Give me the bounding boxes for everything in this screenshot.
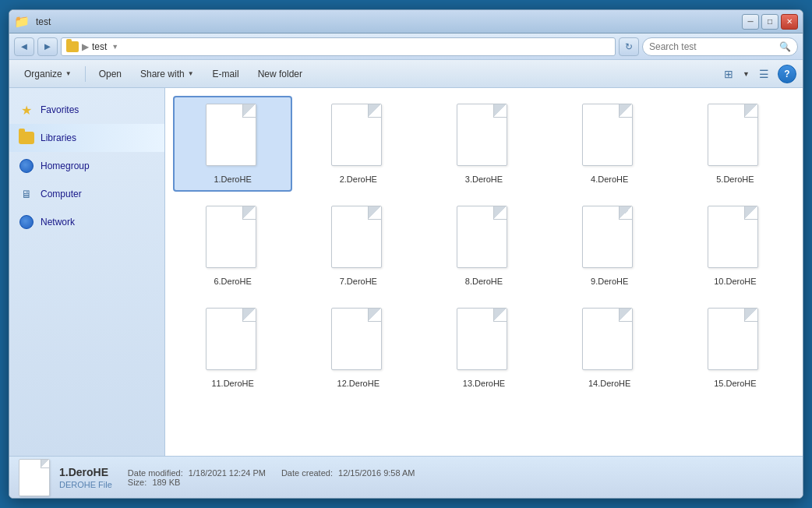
sidebar: ★ Favorites Libraries Homegroup 🖥 Comput…	[9, 88, 165, 456]
toolbar-separator-1	[85, 66, 86, 82]
file-item[interactable]: 9.DeroHE	[550, 198, 669, 294]
size-label: Size: 189 KB	[128, 478, 266, 487]
search-input[interactable]	[649, 41, 776, 52]
sidebar-item-homegroup[interactable]: Homegroup	[9, 152, 164, 180]
window-title: test	[36, 16, 51, 27]
file-page	[457, 308, 507, 370]
file-item[interactable]: 6.DeroHE	[173, 198, 292, 294]
file-page	[708, 206, 758, 268]
file-item[interactable]: 5.DeroHE	[676, 96, 795, 192]
file-page	[331, 206, 382, 268]
view-large-icon-button[interactable]: ⊞	[718, 65, 740, 83]
search-bar[interactable]: 🔍	[642, 37, 798, 56]
file-name: 9.DeroHE	[591, 277, 628, 286]
file-name: 1.DeroHE	[214, 175, 251, 184]
file-name: 11.DeroHE	[211, 379, 253, 388]
network-icon	[19, 214, 34, 230]
file-item[interactable]: 2.DeroHE	[298, 96, 418, 192]
status-file-icon	[19, 459, 50, 496]
organize-dropdown-arrow: ▼	[65, 70, 72, 77]
explorer-window: 📁 test ─ □ ✕ ◄ ► ▶ test ▼ ↻ 🔍 Organize ▼	[9, 9, 803, 499]
close-button[interactable]: ✕	[781, 14, 798, 30]
file-item[interactable]: 1.DeroHE	[173, 96, 292, 192]
sidebar-label-homegroup: Homegroup	[41, 161, 90, 171]
file-item[interactable]: 7.DeroHE	[298, 198, 418, 294]
file-icon	[582, 206, 637, 272]
refresh-button[interactable]: ↻	[619, 37, 639, 56]
new-folder-button[interactable]: New folder	[249, 63, 311, 85]
toolbar-right: ⊞ ▼ ☰ ?	[718, 65, 796, 83]
sidebar-label-favorites: Favorites	[41, 104, 79, 115]
file-page	[582, 308, 633, 370]
toolbar: Organize ▼ Open Share with ▼ E-mail New …	[9, 60, 803, 88]
status-bar: 1.DeroHE DEROHE File Date modified: 1/18…	[9, 456, 803, 498]
file-name: 6.DeroHE	[214, 277, 251, 286]
file-item[interactable]: 15.DeroHE	[676, 300, 795, 396]
share-with-button[interactable]: Share with ▼	[132, 63, 203, 85]
file-item[interactable]: 4.DeroHE	[550, 96, 669, 192]
back-button[interactable]: ◄	[14, 37, 34, 56]
file-name: 7.DeroHE	[340, 277, 377, 286]
file-item[interactable]: 14.DeroHE	[550, 300, 669, 396]
address-bar: ◄ ► ▶ test ▼ ↻ 🔍	[9, 34, 803, 60]
file-icon	[582, 104, 637, 170]
file-page	[457, 104, 507, 166]
view-details-button[interactable]: ☰	[753, 65, 775, 83]
file-name: 12.DeroHE	[337, 379, 380, 388]
folder-icon: 📁	[14, 14, 30, 29]
file-page	[331, 104, 382, 166]
file-icon	[331, 104, 386, 170]
computer-icon: 🖥	[19, 186, 34, 202]
file-page	[206, 308, 256, 370]
share-dropdown-arrow: ▼	[188, 70, 194, 77]
file-item[interactable]: 12.DeroHE	[298, 300, 418, 396]
file-page	[457, 206, 507, 268]
sidebar-item-network[interactable]: Network	[9, 208, 164, 236]
sidebar-item-computer[interactable]: 🖥 Computer	[9, 180, 164, 208]
sidebar-item-libraries[interactable]: Libraries	[9, 124, 164, 152]
file-item[interactable]: 11.DeroHE	[173, 300, 292, 396]
breadcrumb[interactable]: ▶ test ▼	[61, 37, 616, 56]
libraries-icon	[19, 130, 34, 146]
file-page	[206, 206, 256, 268]
file-page	[708, 104, 758, 166]
content-area: ★ Favorites Libraries Homegroup 🖥 Comput…	[9, 88, 803, 456]
file-name: 4.DeroHE	[591, 175, 628, 184]
file-page	[206, 104, 256, 166]
status-filename: 1.DeroHE	[59, 466, 112, 478]
file-item[interactable]: 10.DeroHE	[676, 198, 795, 294]
file-icon	[457, 308, 511, 374]
file-page	[331, 308, 382, 370]
file-item[interactable]: 8.DeroHE	[424, 198, 543, 294]
file-name: 14.DeroHE	[588, 379, 630, 388]
help-button[interactable]: ?	[778, 65, 796, 83]
view-dropdown-arrow[interactable]: ▼	[743, 70, 750, 78]
breadcrumb-separator: ▶	[82, 41, 89, 52]
sidebar-item-favorites[interactable]: ★ Favorites	[9, 96, 164, 124]
status-filetype: DEROHE File	[59, 480, 112, 489]
minimize-button[interactable]: ─	[742, 14, 759, 30]
file-grid-container[interactable]: 1.DeroHE 2.DeroHE 3.DeroHE 4.DeroHE 5.De…	[165, 88, 803, 456]
file-icon	[331, 206, 386, 272]
search-icon: 🔍	[779, 41, 791, 52]
forward-button[interactable]: ►	[37, 37, 58, 56]
file-name: 10.DeroHE	[714, 277, 756, 286]
file-page	[708, 308, 758, 370]
email-button[interactable]: E-mail	[204, 63, 248, 85]
file-icon	[457, 104, 511, 170]
maximize-button[interactable]: □	[761, 14, 778, 30]
homegroup-icon	[19, 158, 34, 174]
file-item[interactable]: 13.DeroHE	[424, 300, 543, 396]
breadcrumb-arrow: ▼	[111, 43, 118, 51]
file-item[interactable]: 3.DeroHE	[424, 96, 543, 192]
file-page	[582, 206, 633, 268]
sidebar-label-network: Network	[41, 217, 75, 228]
open-button[interactable]: Open	[90, 63, 130, 85]
organize-button[interactable]: Organize ▼	[16, 63, 80, 85]
file-name: 8.DeroHE	[465, 277, 503, 286]
file-icon	[206, 104, 260, 170]
status-meta: Date modified: 1/18/2021 12:24 PM Date c…	[128, 468, 415, 487]
date-modified-label: Date modified: 1/18/2021 12:24 PM	[128, 468, 266, 478]
window-controls: ─ □ ✕	[742, 14, 798, 30]
title-bar: 📁 test ─ □ ✕	[9, 10, 803, 34]
